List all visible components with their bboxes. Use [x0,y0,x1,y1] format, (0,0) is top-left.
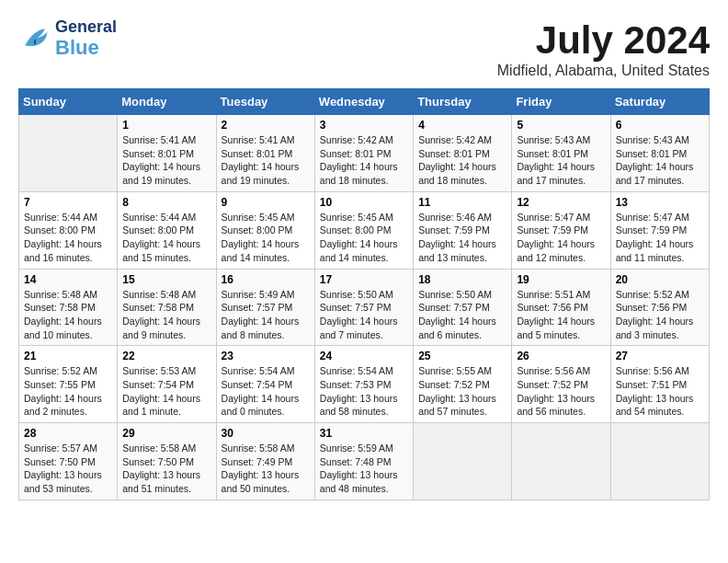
cell-content: Sunrise: 5:49 AMSunset: 7:57 PMDaylight:… [222,288,310,342]
day-number: 11 [418,196,506,209]
cell-content: Sunrise: 5:57 AMSunset: 7:50 PMDaylight:… [24,442,112,496]
calendar-cell [414,423,512,500]
calendar-week-row: 7Sunrise: 5:44 AMSunset: 8:00 PMDaylight… [19,191,710,269]
cell-content: Sunrise: 5:46 AMSunset: 7:59 PMDaylight:… [418,211,506,265]
day-number: 6 [616,119,704,132]
calendar-week-row: 21Sunrise: 5:52 AMSunset: 7:55 PMDayligh… [19,346,710,423]
cell-content: Sunrise: 5:43 AMSunset: 8:01 PMDaylight:… [517,133,605,188]
cell-content: Sunrise: 5:52 AMSunset: 7:56 PMDaylight:… [616,288,704,342]
calendar-cell: 11Sunrise: 5:46 AMSunset: 7:59 PMDayligh… [414,191,512,269]
calendar-cell: 21Sunrise: 5:52 AMSunset: 7:55 PMDayligh… [19,346,118,423]
calendar-cell: 10Sunrise: 5:45 AMSunset: 8:00 PMDayligh… [314,191,413,269]
calendar-cell: 12Sunrise: 5:47 AMSunset: 7:59 PMDayligh… [512,191,610,269]
calendar-cell: 22Sunrise: 5:53 AMSunset: 7:54 PMDayligh… [118,346,216,423]
calendar-cell: 27Sunrise: 5:56 AMSunset: 7:51 PMDayligh… [610,346,709,423]
cell-content: Sunrise: 5:53 AMSunset: 7:54 PMDaylight:… [122,364,210,419]
cell-content: Sunrise: 5:45 AMSunset: 8:00 PMDaylight:… [320,211,408,265]
day-number: 25 [418,350,506,362]
location: Midfield, Alabama, United States [497,63,710,79]
title-area: July 2024 Midfield, Alabama, United Stat… [497,18,710,79]
calendar-cell: 3Sunrise: 5:42 AMSunset: 8:01 PMDaylight… [314,115,413,192]
day-number: 15 [122,273,210,286]
logo-general-text: General [55,18,117,37]
day-number: 27 [616,350,704,362]
day-number: 8 [122,196,210,209]
calendar-cell [19,115,118,192]
calendar-cell [610,423,709,500]
cell-content: Sunrise: 5:54 AMSunset: 7:54 PMDaylight:… [222,364,310,419]
logo: General Blue [18,18,117,59]
cell-content: Sunrise: 5:54 AMSunset: 7:53 PMDaylight:… [320,364,408,419]
calendar-cell: 30Sunrise: 5:58 AMSunset: 7:49 PMDayligh… [216,423,314,500]
cell-content: Sunrise: 5:41 AMSunset: 8:01 PMDaylight:… [122,133,210,188]
calendar-week-row: 28Sunrise: 5:57 AMSunset: 7:50 PMDayligh… [19,423,710,500]
weekday-header-row: SundayMondayTuesdayWednesdayThursdayFrid… [19,89,710,115]
logo-blue-text: Blue [55,37,117,59]
calendar-cell: 23Sunrise: 5:54 AMSunset: 7:54 PMDayligh… [216,346,314,423]
calendar-cell: 17Sunrise: 5:50 AMSunset: 7:57 PMDayligh… [314,269,413,346]
day-number: 30 [222,427,310,440]
day-number: 19 [517,273,605,286]
day-number: 20 [616,273,704,286]
day-number: 3 [320,119,408,132]
cell-content: Sunrise: 5:47 AMSunset: 7:59 PMDaylight:… [517,211,605,265]
logo-icon [18,22,51,55]
cell-content: Sunrise: 5:50 AMSunset: 7:57 PMDaylight:… [320,288,408,342]
calendar-cell [512,423,610,500]
cell-content: Sunrise: 5:59 AMSunset: 7:48 PMDaylight:… [320,442,408,496]
cell-content: Sunrise: 5:42 AMSunset: 8:01 PMDaylight:… [320,133,408,188]
calendar-cell: 8Sunrise: 5:44 AMSunset: 8:00 PMDaylight… [118,191,216,269]
calendar-table: SundayMondayTuesdayWednesdayThursdayFrid… [18,88,710,500]
calendar-cell: 4Sunrise: 5:42 AMSunset: 8:01 PMDaylight… [414,115,512,192]
cell-content: Sunrise: 5:44 AMSunset: 8:00 PMDaylight:… [122,211,210,265]
day-number: 31 [320,427,408,440]
day-number: 18 [418,273,506,286]
calendar-cell: 7Sunrise: 5:44 AMSunset: 8:00 PMDaylight… [19,191,118,269]
cell-content: Sunrise: 5:45 AMSunset: 8:00 PMDaylight:… [222,211,310,265]
cell-content: Sunrise: 5:58 AMSunset: 7:50 PMDaylight:… [122,442,210,496]
calendar-cell: 5Sunrise: 5:43 AMSunset: 8:01 PMDaylight… [512,115,610,192]
cell-content: Sunrise: 5:56 AMSunset: 7:51 PMDaylight:… [616,364,704,419]
weekday-header: Sunday [19,89,118,115]
day-number: 29 [122,427,210,440]
day-number: 5 [517,119,605,132]
weekday-header: Friday [512,89,610,115]
day-number: 14 [24,273,112,286]
day-number: 22 [122,350,210,362]
day-number: 16 [222,273,310,286]
day-number: 9 [222,196,310,209]
calendar-cell: 18Sunrise: 5:50 AMSunset: 7:57 PMDayligh… [414,269,512,346]
cell-content: Sunrise: 5:44 AMSunset: 8:00 PMDaylight:… [24,211,112,265]
month-title: July 2024 [497,18,710,63]
day-number: 13 [616,196,704,209]
cell-content: Sunrise: 5:41 AMSunset: 8:01 PMDaylight:… [222,133,310,188]
cell-content: Sunrise: 5:48 AMSunset: 7:58 PMDaylight:… [24,288,112,342]
calendar-cell: 1Sunrise: 5:41 AMSunset: 8:01 PMDaylight… [118,115,216,192]
day-number: 12 [517,196,605,209]
calendar-cell: 29Sunrise: 5:58 AMSunset: 7:50 PMDayligh… [118,423,216,500]
day-number: 4 [418,119,506,132]
cell-content: Sunrise: 5:56 AMSunset: 7:52 PMDaylight:… [517,364,605,419]
cell-content: Sunrise: 5:55 AMSunset: 7:52 PMDaylight:… [418,364,506,419]
day-number: 7 [24,196,112,209]
cell-content: Sunrise: 5:47 AMSunset: 7:59 PMDaylight:… [616,211,704,265]
day-number: 2 [222,119,310,132]
day-number: 23 [222,350,310,362]
day-number: 26 [517,350,605,362]
calendar-cell: 9Sunrise: 5:45 AMSunset: 8:00 PMDaylight… [216,191,314,269]
calendar-cell: 20Sunrise: 5:52 AMSunset: 7:56 PMDayligh… [610,269,709,346]
calendar-cell: 25Sunrise: 5:55 AMSunset: 7:52 PMDayligh… [414,346,512,423]
weekday-header: Monday [118,89,216,115]
day-number: 17 [320,273,408,286]
calendar-cell: 19Sunrise: 5:51 AMSunset: 7:56 PMDayligh… [512,269,610,346]
day-number: 24 [320,350,408,362]
calendar-cell: 16Sunrise: 5:49 AMSunset: 7:57 PMDayligh… [216,269,314,346]
calendar-cell: 6Sunrise: 5:43 AMSunset: 8:01 PMDaylight… [610,115,709,192]
calendar-cell: 13Sunrise: 5:47 AMSunset: 7:59 PMDayligh… [610,191,709,269]
day-number: 21 [24,350,112,362]
day-number: 10 [320,196,408,209]
calendar-cell: 2Sunrise: 5:41 AMSunset: 8:01 PMDaylight… [216,115,314,192]
cell-content: Sunrise: 5:42 AMSunset: 8:01 PMDaylight:… [418,133,506,188]
weekday-header: Saturday [610,89,709,115]
day-number: 1 [122,119,210,132]
